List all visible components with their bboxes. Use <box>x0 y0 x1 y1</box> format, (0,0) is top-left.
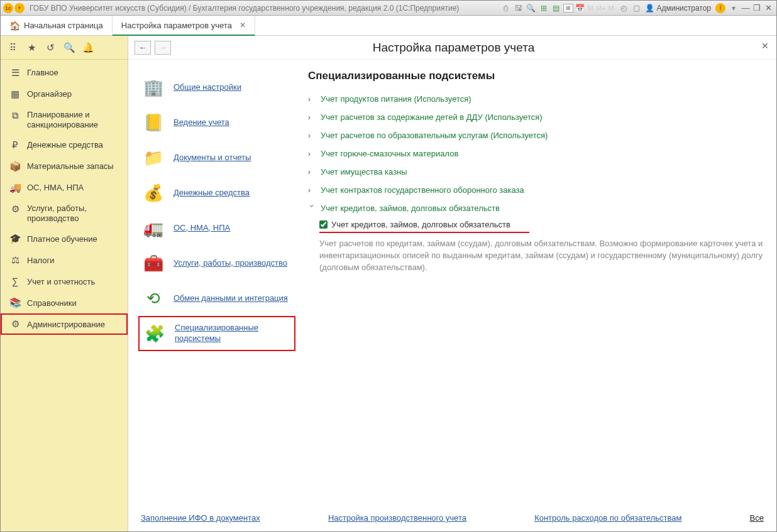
info-drop-icon[interactable]: ▾ <box>728 3 739 14</box>
sidebar-item-admin[interactable]: ⚙Администрирование <box>1 313 128 335</box>
truck-icon: 🚚 <box>9 182 21 193</box>
bell-icon[interactable]: 🔔 <box>80 40 96 56</box>
app-dropdown-icon[interactable]: ▾ <box>14 3 25 13</box>
money-icon: ₽ <box>9 139 21 151</box>
subsystem-label: Учет кредитов, займов, долговых обязател… <box>321 204 500 213</box>
coins-icon: 💰 <box>141 180 166 205</box>
footer-link-ifo[interactable]: Заполнение ИФО в документах <box>141 513 260 523</box>
taxes-icon: ⚖ <box>9 254 21 266</box>
calc-icon[interactable]: ⊞ <box>538 3 549 14</box>
section-title: Специализированные подсистемы <box>308 70 770 82</box>
reports-icon: ∑ <box>9 276 21 287</box>
star-icon[interactable]: ★ <box>23 40 40 56</box>
window-title: ГОБУ ВПО Университет искусств (Субсидия)… <box>30 4 459 13</box>
settings-nav: 🏢 Общие настройки 📒 Ведение учета 📁 Доку… <box>138 70 295 502</box>
history-icon[interactable]: ↺ <box>42 40 58 56</box>
sidebar-item-education[interactable]: 🎓Платное обучение <box>1 228 128 249</box>
references-icon: 📚 <box>9 297 21 308</box>
clock-icon[interactable]: ◴ <box>618 3 629 14</box>
preview-icon[interactable]: 🔍 <box>526 3 537 14</box>
right-panel: Специализированные подсистемы ›Учет прод… <box>295 70 770 502</box>
subsystem-education[interactable]: ›Учет расчетов по образовательным услуга… <box>308 126 770 144</box>
apps-icon[interactable]: ⠿ <box>4 40 21 56</box>
print-icon[interactable]: ⎙ <box>500 3 512 14</box>
m-minus-icon[interactable]: M- <box>607 4 618 12</box>
credits-checkbox[interactable] <box>319 220 328 229</box>
close-button[interactable]: ✕ <box>763 3 774 13</box>
settings-nav-label: Документы и отчеты <box>174 153 251 163</box>
content: ← → Настройка параметров учета ✕ 🏢 Общие… <box>128 36 776 531</box>
settings-docs[interactable]: 📁 Документы и отчеты <box>138 140 295 175</box>
tab-settings-label: Настройка параметров учета <box>121 21 232 30</box>
content-body: 🏢 Общие настройки 📒 Ведение учета 📁 Доку… <box>128 60 776 507</box>
chevron-right-icon: › <box>308 113 316 122</box>
user-name: Администратор <box>656 4 711 13</box>
calendar-icon[interactable]: ▦ <box>563 4 573 13</box>
settings-general[interactable]: 🏢 Общие настройки <box>138 70 295 105</box>
subsystem-credits[interactable]: ›Учет кредитов, займов, долговых обязате… <box>308 199 770 217</box>
calendar31-icon[interactable]: 📅 <box>575 3 586 14</box>
chevron-right-icon: › <box>308 131 316 140</box>
content-close-icon[interactable]: ✕ <box>761 41 769 51</box>
sidebar-item-taxes[interactable]: ⚖Налоги <box>1 249 128 271</box>
folder-icon: 📁 <box>141 145 166 170</box>
settings-nav-label: Специализированные подсистемы <box>175 323 292 344</box>
user-icon: 👤 <box>645 4 654 13</box>
menu-icon: ☰ <box>9 67 21 79</box>
footer-link-production[interactable]: Настройка производственного учета <box>328 513 466 523</box>
tab-close-icon[interactable]: ✕ <box>240 21 246 30</box>
detail-description: Учет расчетов по кредитам, займам (ссуда… <box>319 238 770 274</box>
page-title: Настройка параметров учета <box>137 41 770 55</box>
chevron-right-icon: › <box>308 168 316 176</box>
tab-home[interactable]: 🏠 Начальная страница <box>1 16 113 35</box>
chevron-right-icon: › <box>308 186 316 195</box>
save-icon[interactable]: 🖫 <box>513 3 524 14</box>
sidebar-item-organizer[interactable]: ▦Органайзер <box>1 84 128 105</box>
footer-link-control[interactable]: Контроль расходов по обязательствам <box>534 513 681 523</box>
sidebar-toolbar: ⠿ ★ ↺ 🔍 🔔 <box>1 36 128 60</box>
building-icon: 🏢 <box>141 75 166 100</box>
tab-settings[interactable]: Настройка параметров учета ✕ <box>113 16 255 36</box>
subsystem-food[interactable]: ›Учет продуктов питания (Используется) <box>308 90 770 108</box>
sidebar-item-reports[interactable]: ∑Учет и отчетность <box>1 271 128 292</box>
user-label[interactable]: 👤 Администратор <box>645 4 711 13</box>
window-icon[interactable]: ▢ <box>631 3 642 14</box>
m-plus-icon[interactable]: M+ <box>595 4 607 12</box>
sidebar-item-materials[interactable]: 📦Материальные запасы <box>1 156 128 177</box>
checkbox-row: Учет кредитов, займов, долговых обязател… <box>319 219 529 233</box>
search-icon[interactable]: 🔍 <box>61 40 77 56</box>
chevron-right-icon: › <box>308 95 316 104</box>
footer-link-all[interactable]: Все <box>750 513 764 523</box>
sidebar-item-label: Учет и отчетность <box>27 277 95 287</box>
sidebar-item-main[interactable]: ☰Главное <box>1 62 128 84</box>
settings-nav-label: Общие настройки <box>174 82 241 93</box>
sidebar-item-os[interactable]: 🚚ОС, НМА, НПА <box>1 177 128 198</box>
settings-services[interactable]: 🧰 Услуги, работы, производство <box>138 246 295 281</box>
restore-button[interactable]: ❐ <box>751 3 763 13</box>
app2-icon[interactable]: ▤ <box>551 3 562 14</box>
ledger-icon: 📒 <box>141 110 166 135</box>
settings-os[interactable]: 🚛 ОС, НМА, НПА <box>138 210 295 246</box>
sidebar-item-services[interactable]: ⚙Услуги, работы, производство <box>1 198 128 228</box>
sidebar-item-label: Администрирование <box>27 320 105 330</box>
organizer-icon: ▦ <box>9 89 21 100</box>
subsystem-fuel[interactable]: ›Учет горюче-смазочных материалов <box>308 144 770 163</box>
info-icon[interactable]: i <box>715 3 725 13</box>
settings-specialized[interactable]: 🧩 Специализированные подсистемы <box>138 316 295 351</box>
subsystem-label: Учет горюче-смазочных материалов <box>321 149 458 158</box>
titlebar: 1c ▾ ГОБУ ВПО Университет искусств (Субс… <box>1 1 776 16</box>
subsystem-childcare[interactable]: ›Учет расчетов за содержание детей в ДДУ… <box>308 108 770 126</box>
settings-nav-label: Услуги, работы, производство <box>174 258 287 269</box>
settings-accounting[interactable]: 📒 Ведение учета <box>138 105 295 140</box>
settings-money[interactable]: 💰 Денежные средства <box>138 175 295 210</box>
sidebar-item-label: Услуги, работы, производство <box>27 204 119 223</box>
subsystem-treasury[interactable]: ›Учет имущества казны <box>308 163 770 181</box>
minimize-button[interactable]: — <box>740 3 751 13</box>
sidebar-item-planning[interactable]: ⧉Планирование и санкционирование <box>1 105 128 134</box>
m-icon[interactable]: M <box>587 4 595 12</box>
sidebar-item-money[interactable]: ₽Денежные средства <box>1 134 128 156</box>
settings-nav-label: Денежные средства <box>174 188 250 198</box>
sidebar-item-references[interactable]: 📚Справочники <box>1 292 128 313</box>
subsystem-contracts[interactable]: ›Учет контрактов государственного оборон… <box>308 181 770 199</box>
settings-exchange[interactable]: ⟲ Обмен данными и интеграция <box>138 281 295 316</box>
